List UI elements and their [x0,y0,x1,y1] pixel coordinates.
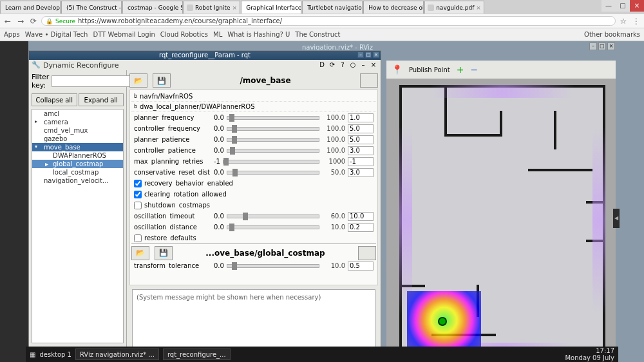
taskbar-item[interactable]: RViz navigation.rviz* ... [75,348,159,360]
minimize-button[interactable]: — [601,0,616,12]
apps-button[interactable]: Apps [4,31,20,38]
maximize-button[interactable]: □ [598,43,606,50]
slider[interactable] [227,214,319,218]
save-button[interactable]: 💾 [155,246,173,260]
wrench-icon: 🔧 [32,61,41,70]
slider[interactable] [223,160,319,164]
bookmark-link[interactable]: The Construct [295,31,340,38]
workspace-label[interactable]: desktop 1 [39,351,71,358]
bookmark-link[interactable]: DTT Webmail Login [93,31,155,38]
close-icon[interactable]: × [232,5,238,11]
slider[interactable] [227,127,319,131]
tree-item[interactable]: ▸camera [32,118,123,126]
slider[interactable] [227,171,319,175]
open-folder-button[interactable]: 📂 [131,246,149,260]
star-icon[interactable]: ☆ [618,16,629,26]
tree-item[interactable]: navigation_velocit... [32,176,123,185]
forward-button[interactable]: → [15,16,26,26]
slider[interactable] [227,138,319,142]
close-panel-icon[interactable]: ○ [348,61,357,70]
expand-all-button[interactable]: Expand all [79,93,124,106]
bookmark-link[interactable]: ML [213,31,222,38]
slider[interactable] [227,116,319,120]
pin-icon: 📍 [392,64,402,75]
param-row: planner_patience0.0100.0 [131,134,376,145]
reload-icon[interactable]: ⟳ [328,61,337,70]
browser-tab[interactable]: How to decrease obstac× [363,1,424,14]
rqt-reconfigure-window: rqt_reconfigure__Param - rqt – □ × 🔧 Dyn… [28,50,381,362]
close-group-button[interactable] [360,73,378,88]
tree-item[interactable]: gazebo [32,135,123,143]
browser-tab[interactable]: Robot Ignite× [184,1,240,14]
browser-tab-active[interactable]: Graphical Interface× [241,1,301,14]
show-desktop-button[interactable]: ▦ [30,351,35,358]
close-button[interactable]: × [373,52,379,58]
param-enum-row[interactable]: bnavfn/NavfnROS [131,91,376,102]
publish-point-button[interactable]: Publish Point [409,66,450,73]
tree-item-selected[interactable]: ▸global_costmap [32,160,123,168]
checkbox[interactable] [134,180,142,187]
filter-input[interactable] [52,75,136,87]
maximize-button[interactable]: □ [616,0,630,12]
browser-tab[interactable]: (5) The Construct - You× [61,1,122,14]
param-scroll[interactable]: bnavfn/NavfnROS bdwa_local_planner/DWAPl… [129,90,378,285]
add-tool-button[interactable]: + [457,64,464,75]
map-canvas[interactable]: 12 fps [386,79,616,362]
reload-button[interactable]: ⟳ [28,16,39,26]
taskbar-item[interactable]: rqt_reconfigure_... [163,348,231,360]
browser-tab[interactable]: navguide.pdf× [424,1,484,14]
checkbox[interactable] [134,202,142,209]
param-enum-row[interactable]: bdwa_local_planner/DWAPlannerROS [131,102,376,112]
value-input[interactable] [348,212,374,221]
unity-launcher[interactable] [0,41,28,362]
value-input[interactable] [348,113,374,122]
tree-item[interactable]: local_costmap [32,168,123,176]
maximize-button[interactable]: □ [365,52,372,58]
slider[interactable] [227,225,319,229]
checkbox[interactable] [134,191,142,198]
browser-tab[interactable]: Learn and Develop fo× [0,1,61,14]
minimize-panel-icon[interactable]: – [359,61,368,70]
browser-tab[interactable]: costmap - Google Search× [122,1,183,14]
node-tree[interactable]: amcl ▸camera cmd_vel_mux gazebo ▾move_ba… [32,109,124,343]
value-input[interactable] [348,262,374,271]
close-icon[interactable]: × [369,61,378,70]
tree-item[interactable]: DWAPlannerROS [32,151,123,160]
close-button[interactable]: × [607,43,615,50]
remove-tool-button[interactable]: − [470,64,478,75]
collapse-all-button[interactable]: Collapse all [32,93,77,106]
minimize-button[interactable]: – [357,52,364,58]
value-input[interactable] [348,135,374,144]
bookmark-link[interactable]: Cloud Robotics [160,31,208,38]
bookmark-link[interactable]: Wave • Digital Tech [25,31,88,38]
open-folder-button[interactable]: 📂 [129,73,147,88]
bookmark-link[interactable]: What is Hashing? U [227,31,290,38]
close-button[interactable]: × [630,0,644,12]
checkbox[interactable] [134,234,142,242]
taskbar: ▦ desktop 1 RViz navigation.rviz* ... rq… [26,347,618,362]
robot-marker [438,317,447,326]
value-input[interactable] [348,223,374,232]
slider[interactable] [227,264,319,268]
tree-item[interactable]: amcl [32,110,123,118]
panel-expand-handle[interactable]: ◀ [613,209,620,228]
rqt-window-title[interactable]: rqt_reconfigure__Param - rqt – □ × [29,51,381,60]
close-group-button[interactable] [358,246,376,260]
url-input[interactable]: 🔒 Secure https://www.robotigniteacademy.… [41,16,616,26]
browser-tab[interactable]: Turtlebot navigation th× [302,1,363,14]
settings-icon[interactable]: ? [338,61,347,70]
value-input[interactable] [348,157,374,166]
save-button[interactable]: 💾 [153,73,171,88]
value-input[interactable] [348,124,374,133]
slider[interactable] [227,149,319,153]
back-button[interactable]: ← [3,16,13,26]
close-icon[interactable]: × [476,5,481,11]
value-input[interactable] [348,168,374,177]
tree-item-selected[interactable]: ▾move_base [32,143,123,151]
dock-icon[interactable]: D [317,61,327,70]
value-input[interactable] [348,146,374,155]
other-bookmarks[interactable]: Other bookmarks [584,31,640,38]
minimize-button[interactable]: – [589,43,597,50]
menu-icon[interactable]: ⋮ [631,16,641,26]
tree-item[interactable]: cmd_vel_mux [32,126,123,135]
